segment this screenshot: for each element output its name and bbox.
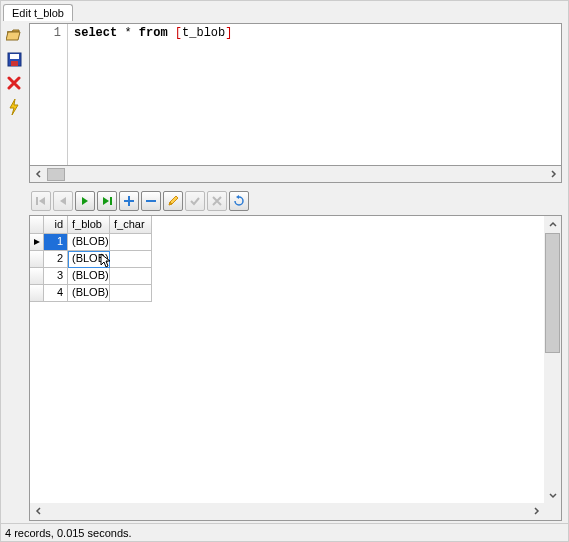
table-row[interactable]: 1 (BLOB): [30, 234, 152, 251]
status-bar: 4 records, 0.015 seconds.: [1, 523, 568, 541]
sql-keyword: select: [74, 26, 117, 40]
sql-bracket: ]: [225, 26, 232, 40]
cell-fblob[interactable]: (BLOB): [68, 268, 110, 285]
grid-rows: 1 (BLOB) 2 (BLOB): [30, 234, 152, 302]
side-toolbar: [1, 21, 27, 523]
sql-editor-wrap: 1 select * from [t_blob]: [29, 23, 562, 183]
sql-table: t_blob: [182, 26, 225, 40]
grid-header-id[interactable]: id: [44, 216, 68, 234]
scroll-thumb[interactable]: [47, 168, 65, 181]
cell-fchar[interactable]: [110, 268, 152, 285]
scroll-right-icon[interactable]: [544, 167, 561, 182]
save-icon[interactable]: [4, 49, 24, 69]
svg-rect-5: [146, 200, 156, 202]
content-column: 1 select * from [t_blob]: [27, 21, 568, 523]
cell-id[interactable]: 3: [44, 268, 68, 285]
sql-bracket: [: [175, 26, 182, 40]
refresh-button[interactable]: [229, 191, 249, 211]
data-grid: id f_blob f_char 1 (BLOB): [29, 215, 562, 521]
grid-vertical-scrollbar[interactable]: [544, 216, 561, 503]
editor-code[interactable]: select * from [t_blob]: [68, 24, 561, 165]
row-indicator: [30, 268, 44, 285]
scroll-corner: [544, 503, 561, 520]
cell-fchar[interactable]: [110, 234, 152, 251]
tab-edit-tblob[interactable]: Edit t_blob: [3, 4, 73, 21]
grid-empty-area: [152, 216, 544, 503]
first-record-button[interactable]: [31, 191, 51, 211]
record-nav-toolbar: [29, 189, 562, 213]
app-window: Edit t_blob 1 select * from [t_blob]: [0, 0, 569, 542]
grid-header-row: id f_blob f_char: [30, 216, 152, 234]
next-record-button[interactable]: [75, 191, 95, 211]
sql-text: *: [124, 26, 131, 40]
cell-fchar[interactable]: [110, 251, 152, 268]
delete-record-button[interactable]: [141, 191, 161, 211]
grid-horizontal-scrollbar[interactable]: [30, 503, 561, 520]
prev-record-button[interactable]: [53, 191, 73, 211]
cell-id[interactable]: 4: [44, 285, 68, 302]
scroll-right-icon[interactable]: [527, 503, 544, 518]
scroll-track[interactable]: [544, 233, 561, 486]
cell-id[interactable]: 1: [44, 234, 68, 251]
editor-horizontal-scrollbar[interactable]: [29, 166, 562, 183]
row-indicator: [30, 251, 44, 268]
svg-rect-1: [10, 54, 19, 59]
delete-icon[interactable]: [4, 73, 24, 93]
open-icon[interactable]: [4, 25, 24, 45]
table-row[interactable]: 4 (BLOB): [30, 285, 152, 302]
scroll-up-icon[interactable]: [544, 216, 561, 233]
grid-table: id f_blob f_char 1 (BLOB): [30, 216, 152, 503]
scroll-thumb[interactable]: [545, 233, 560, 353]
sql-editor[interactable]: 1 select * from [t_blob]: [29, 23, 562, 166]
scroll-track[interactable]: [47, 167, 544, 182]
cell-fchar[interactable]: [110, 285, 152, 302]
main-area: 1 select * from [t_blob]: [1, 21, 568, 523]
tab-bar: Edit t_blob: [1, 1, 568, 21]
scroll-track[interactable]: [47, 503, 527, 518]
grid-header-fblob[interactable]: f_blob: [68, 216, 110, 234]
post-record-button[interactable]: [185, 191, 205, 211]
editor-gutter: 1: [30, 24, 68, 165]
scroll-left-icon[interactable]: [30, 167, 47, 182]
row-indicator-icon: [30, 234, 44, 251]
cell-fblob[interactable]: (BLOB): [68, 251, 110, 268]
execute-icon[interactable]: [4, 97, 24, 117]
sql-keyword: from: [139, 26, 168, 40]
scroll-down-icon[interactable]: [544, 486, 561, 503]
cell-id[interactable]: 2: [44, 251, 68, 268]
grid-header-fchar[interactable]: f_char: [110, 216, 152, 234]
svg-rect-4: [110, 197, 112, 205]
table-row[interactable]: 3 (BLOB): [30, 268, 152, 285]
svg-rect-3: [36, 197, 38, 205]
cancel-record-button[interactable]: [207, 191, 227, 211]
cell-fblob[interactable]: (BLOB): [68, 285, 110, 302]
grid-body: id f_blob f_char 1 (BLOB): [30, 216, 561, 503]
grid-header-indicator[interactable]: [30, 216, 44, 234]
scroll-left-icon[interactable]: [30, 503, 47, 518]
last-record-button[interactable]: [97, 191, 117, 211]
add-record-button[interactable]: [119, 191, 139, 211]
row-indicator: [30, 285, 44, 302]
svg-rect-2: [11, 61, 18, 66]
table-row[interactable]: 2 (BLOB): [30, 251, 152, 268]
cell-fblob[interactable]: (BLOB): [68, 234, 110, 251]
edit-record-button[interactable]: [163, 191, 183, 211]
